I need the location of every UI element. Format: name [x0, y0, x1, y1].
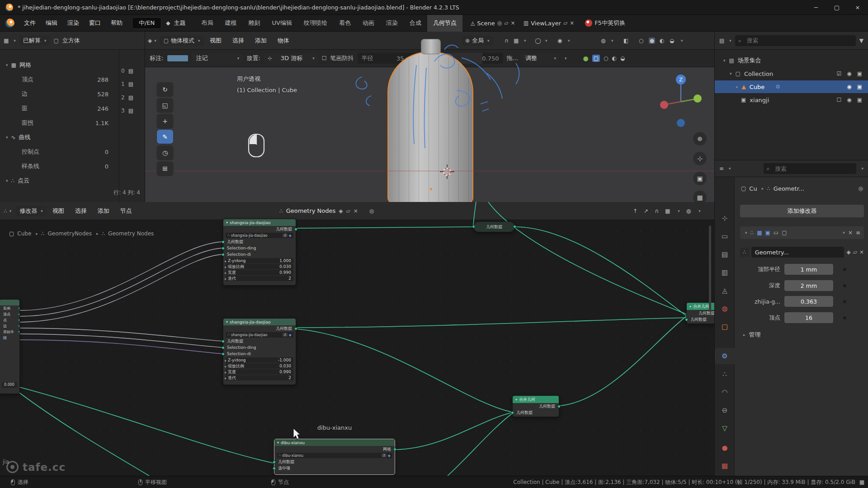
minimize-button[interactable]: ─ — [806, 0, 826, 14]
note-dropdown[interactable]: 注记 ▾ — [192, 53, 243, 63]
node-group-selector[interactable]: ∴ shangxia-jia-daojiao 2 ◈ — [226, 233, 293, 238]
field-socket[interactable] — [224, 272, 227, 275]
scrollbar[interactable] — [709, 225, 711, 311]
output-socket[interactable] — [18, 324, 20, 328]
unlink-icon[interactable]: × — [354, 208, 358, 214]
language-toggle-button[interactable]: 中/EN — [132, 17, 161, 29]
scene-selector[interactable]: ◬ Scene ◎ ▱ × — [471, 20, 515, 27]
tab-layout[interactable]: 布局 — [196, 15, 219, 32]
proportional-edit-icon[interactable]: ◯ — [535, 38, 541, 43]
field-socket[interactable] — [224, 266, 227, 269]
output-socket[interactable] — [294, 327, 297, 330]
node-join-geometry-middle[interactable]: ▾合并几何 几何数据 几何数据 — [512, 395, 559, 417]
camera-view-button[interactable]: ▣ — [693, 172, 707, 185]
tab-object[interactable]: ▢ — [715, 319, 735, 335]
tab-physics[interactable]: ◠ — [715, 384, 735, 400]
chevron-down-icon[interactable]: ▾ — [515, 398, 517, 402]
output-socket[interactable] — [513, 225, 516, 228]
node-menu-node[interactable]: 节点 — [115, 202, 137, 220]
tab-view-layer[interactable]: ▥ — [715, 264, 735, 281]
value-field[interactable]: 迭代2 — [226, 375, 293, 380]
tab-modifiers[interactable]: ⚙ — [715, 348, 735, 364]
menu-file[interactable]: 文件 — [19, 15, 41, 31]
shield-icon[interactable]: ◈ — [388, 454, 391, 458]
viewlayer-selector[interactable]: ▥ ViewLayer ▱ × — [524, 20, 575, 27]
toggle-editmode-icon[interactable]: ▦ — [757, 230, 762, 235]
output-socket[interactable] — [557, 405, 561, 408]
lantern-mesh-object[interactable] — [387, 52, 473, 202]
input-socket[interactable] — [222, 240, 225, 244]
field-value[interactable]: 2 mm — [784, 280, 833, 291]
chevron-down-icon[interactable]: ▾ — [545, 38, 547, 43]
filter-icon[interactable]: ▼ — [859, 38, 863, 43]
stat-faces[interactable]: 面246 — [22, 101, 108, 116]
chevron-down-icon[interactable]: ▾ — [277, 441, 279, 445]
input-socket[interactable] — [222, 346, 225, 349]
tool-add-cube-button[interactable]: ⊞ — [157, 161, 173, 175]
node-group-selector[interactable]: ∴ dibu-xianxu 2 ◈ — [277, 453, 392, 458]
matcap-sphere-icon[interactable]: ● — [583, 55, 588, 61]
input-socket[interactable] — [222, 247, 225, 250]
value-field[interactable]: 缩放比例0.030 — [226, 264, 293, 269]
zoom-button[interactable]: ⊕ — [693, 132, 707, 145]
pin-icon[interactable]: ◎ — [859, 186, 863, 191]
checkbox-icon[interactable]: ☐ — [836, 97, 841, 103]
ortho-toggle-button[interactable]: ▦ — [693, 191, 707, 202]
viewport-menu-select[interactable]: 选择 — [227, 32, 249, 49]
overlays-icon[interactable]: ◍ — [601, 38, 605, 43]
input-socket[interactable] — [511, 411, 514, 414]
spreadsheet-row[interactable]: 3▤ — [121, 104, 144, 117]
scene-copy-icon[interactable]: ▱ — [504, 20, 508, 26]
toggle-render-icon[interactable]: ▭ — [774, 230, 778, 235]
output-socket[interactable] — [294, 228, 297, 231]
node-group-name-field[interactable]: Geometry... — [751, 247, 844, 258]
input-socket[interactable] — [222, 352, 225, 356]
outliner-camera[interactable]: ▣ xiangji ☐ ◉ ▣ — [715, 94, 868, 106]
menu-icon[interactable]: ≡ — [856, 230, 860, 235]
output-socket[interactable] — [18, 313, 20, 316]
node-shangxia-bottom[interactable]: ▾shangxia-jia-daojiao 几何数据 ∴ shangxia-ji… — [223, 318, 296, 385]
stat-edges[interactable]: 边528 — [22, 87, 108, 101]
camera-icon[interactable]: ▣ — [857, 84, 862, 89]
tab-texture[interactable]: ▦ — [715, 458, 735, 474]
pan-button[interactable]: ⊹ — [693, 152, 707, 165]
tab-geometry-nodes[interactable]: 几何节点 — [427, 15, 462, 32]
tab-tool[interactable]: ⊹ — [715, 210, 735, 226]
tool-scale-button[interactable]: ◱ — [157, 98, 173, 112]
viewlayer-close-icon[interactable]: × — [570, 20, 574, 26]
viewport-menu-object[interactable]: 物体 — [273, 32, 294, 49]
field-socket[interactable] — [224, 260, 227, 263]
blender-menu-icon[interactable] — [5, 19, 14, 28]
node-group-selector[interactable]: ∴ shangxia-jia-daojiao 2 ◈ — [226, 332, 293, 338]
tree-item-pointcloud[interactable]: ▾ ∴ 点云 — [0, 174, 119, 188]
crumb-modifier[interactable]: GeometryNodes — [48, 230, 92, 237]
xray-toggle-icon[interactable]: ◧ — [623, 38, 628, 43]
tab-uv-editing[interactable]: UV编辑 — [266, 15, 298, 32]
viewport-editor-icon[interactable]: ◈ — [148, 38, 152, 43]
input-socket[interactable] — [472, 225, 475, 228]
chevron-down-icon[interactable]: ▾ — [698, 209, 701, 213]
orientation-dropdown[interactable]: ⊕ 全局 ▾ — [462, 36, 493, 46]
unlink-icon[interactable]: × — [859, 249, 864, 255]
child-tree-icon[interactable]: ↗ — [644, 208, 648, 214]
node-menu-add[interactable]: 添加 — [93, 202, 114, 220]
node-collapsed-geometry[interactable]: 几何数据 — [473, 221, 515, 232]
checkbox-icon[interactable]: ☑ — [3, 336, 6, 340]
output-socket[interactable] — [393, 448, 396, 451]
outliner-cube[interactable]: ▸ ▲ Cube ⚙ ◉ ▣ — [715, 80, 868, 93]
breadcrumb-object[interactable]: Cu — [749, 185, 757, 192]
chevron-down-icon[interactable]: ▾ — [524, 38, 526, 43]
shading-rendered-icon[interactable]: ◒ — [670, 38, 674, 43]
node-left-partial[interactable]: 实例 顶点 点 边 原始半径 ☑ 0.000 — [0, 299, 20, 394]
tree-item-curves[interactable]: ▾ ∿ 曲线 — [0, 130, 119, 145]
input-socket[interactable] — [273, 467, 276, 470]
spreadsheet-row[interactable]: 0▤ — [121, 64, 144, 77]
stat-splines[interactable]: 样条线0 — [22, 159, 108, 174]
decorator-dot[interactable] — [843, 268, 846, 271]
shading-material-icon[interactable]: ◐ — [660, 38, 664, 43]
field-socket[interactable] — [224, 371, 227, 374]
visibility-icon[interactable]: ◉ — [557, 38, 562, 43]
shading-toggle-tex-icon[interactable]: ◒ — [620, 56, 625, 61]
spreadsheet-row[interactable]: 2▤ — [121, 91, 144, 104]
shield-icon[interactable]: ◈ — [289, 234, 292, 238]
